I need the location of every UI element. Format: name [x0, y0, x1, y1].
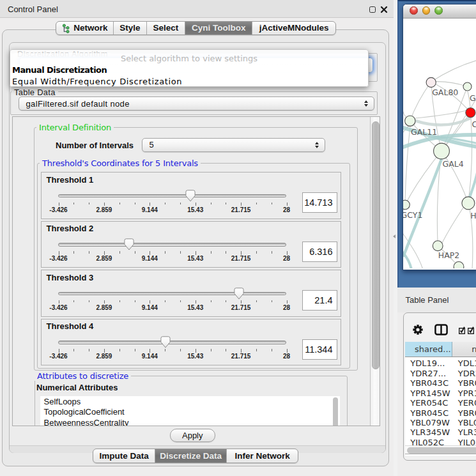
splitter-collapse-icon[interactable] — [393, 234, 395, 238]
table-row[interactable]: YBL079WYBL0 — [405, 418, 476, 428]
slider-tick — [211, 349, 211, 351]
dropdown-item-equal-width[interactable]: Equal Width/Frequency Discretization — [10, 76, 368, 87]
GAL80-node[interactable] — [426, 77, 436, 87]
gear-icon[interactable] — [413, 325, 423, 335]
slider-tick — [226, 251, 226, 254]
scrollbar-thumb[interactable] — [372, 121, 380, 369]
table-row[interactable]: YBR043CYBR0 — [405, 378, 476, 388]
cell-shared-name: YPR145W — [410, 388, 450, 398]
tab-infer-network[interactable]: Infer Network — [227, 449, 298, 463]
node-label-H: H — [470, 211, 476, 220]
table-toolbar — [404, 313, 476, 342]
red-node[interactable] — [466, 108, 475, 118]
slider-tick — [165, 300, 165, 303]
table-row[interactable]: YER054CYER0 — [405, 398, 476, 408]
slider-thumb[interactable] — [234, 288, 244, 300]
slider-tick-label: 9.144 — [142, 304, 158, 311]
node-top-right[interactable] — [463, 82, 472, 91]
slider-tick-label: 9.144 — [142, 255, 158, 262]
network-canvas[interactable]: GAL80GACGAL11GAL4GCY1HHAP2 — [403, 18, 476, 268]
column-header-name[interactable]: n... — [452, 342, 476, 357]
close-icon[interactable] — [380, 6, 388, 13]
threshold-label: Threshold 4 — [47, 321, 94, 331]
close-traffic-light-icon[interactable] — [410, 6, 418, 15]
slider-tick-label: 28 — [283, 255, 290, 262]
table-hscrollbar-track[interactable] — [405, 445, 476, 454]
slider-tick — [150, 300, 150, 304]
slider-tick — [135, 251, 135, 254]
slider-track[interactable] — [58, 292, 286, 296]
slider-tick — [59, 349, 59, 353]
attribute-list-item[interactable]: SelfLoops — [40, 397, 340, 407]
checkbox-icon[interactable] — [459, 326, 475, 335]
tab-network[interactable]: Network — [56, 22, 114, 35]
table-row[interactable]: YLR345WYLR3 — [405, 427, 476, 438]
scrollbar-track[interactable] — [370, 117, 380, 426]
slider-track[interactable] — [58, 341, 286, 344]
slider-tick — [165, 251, 165, 254]
table-hscrollbar-thumb[interactable] — [407, 447, 476, 454]
dropdown-item-manual-discretization[interactable]: Manual Discretization — [10, 65, 368, 76]
tab-jactivemnodules[interactable]: jActiveMNodules — [252, 22, 335, 35]
GCY1-node[interactable] — [403, 200, 410, 210]
numerical-attributes-list[interactable]: SelfLoopsTopologicalCoefficientBetweenne… — [40, 396, 340, 426]
slider-tick — [59, 203, 59, 206]
tab-cyni-toolbox[interactable]: Cyni Toolbox — [185, 22, 252, 35]
threshold-value-field[interactable] — [302, 339, 338, 360]
node-label-GAL11: GAL11 — [411, 127, 437, 137]
table-row[interactable]: YDL19...YDL1 — [405, 358, 476, 369]
settings-scrollpane: Interval Definition Number of Intervals … — [12, 116, 380, 426]
tab-impute-data[interactable]: Impute Data — [93, 449, 155, 463]
slider-tick-label: 15.43 — [187, 304, 203, 311]
node-label-HAP2: HAP2 — [438, 250, 459, 260]
tab-discretize-data-label: Discretize Data — [160, 451, 222, 461]
attributes-list-scrollbar[interactable] — [333, 397, 338, 426]
cell-name: YDL1 — [458, 358, 476, 368]
bottom-tab-bar: Impute Data Discretize Data Infer Networ… — [93, 449, 298, 463]
slider-tick — [272, 300, 272, 303]
tab-discretize-data[interactable]: Discretize Data — [155, 449, 227, 463]
table-data-title: Table Data — [12, 88, 58, 97]
table-row[interactable]: YPR145WYPR1 — [405, 388, 476, 399]
slider-thumb[interactable] — [185, 190, 196, 202]
slider-tick — [241, 251, 242, 255]
slider-tick — [226, 203, 226, 205]
slider-tick — [256, 349, 257, 351]
slider-tick — [196, 300, 196, 304]
GAL11-node[interactable] — [405, 116, 415, 126]
attribute-list-item[interactable]: BetweennessCentrality — [40, 418, 340, 426]
tab-style[interactable]: Style — [114, 22, 147, 35]
table-row[interactable]: YDR27...YDR2 — [405, 369, 476, 379]
node-table[interactable]: shared... n... YDL19...YDL1YDR27...YDR2Y… — [405, 342, 476, 456]
slider-thumb[interactable] — [160, 336, 171, 348]
threshold-value-field[interactable] — [302, 192, 338, 213]
H-node[interactable] — [462, 197, 475, 210]
apply-button-label: Apply — [182, 431, 203, 440]
cell-name: YDR2 — [458, 369, 476, 378]
apply-button[interactable]: Apply — [170, 429, 215, 442]
dropdown-prompt-item[interactable]: Select algorithm to view settings — [10, 53, 368, 65]
slider-tick-label: 2.859 — [96, 304, 112, 311]
zoom-traffic-light-icon[interactable] — [434, 6, 443, 15]
cell-name: YBR0 — [458, 408, 476, 418]
attribute-list-item[interactable]: TopologicalCoefficient — [40, 407, 340, 417]
control-panel-titlebar — [0, 0, 394, 18]
slider-tick — [104, 349, 105, 353]
float-window-icon[interactable] — [369, 6, 376, 13]
minimize-traffic-light-icon[interactable] — [422, 6, 431, 15]
threshold-value-field[interactable] — [302, 290, 338, 311]
threshold-value-field[interactable] — [302, 242, 338, 262]
slider-track[interactable] — [58, 243, 286, 247]
table-row[interactable]: YBR045CYBR0 — [405, 408, 476, 418]
HAP2-node[interactable] — [433, 241, 443, 251]
tab-select[interactable]: Select — [147, 22, 185, 35]
columns-icon[interactable] — [434, 324, 448, 335]
table-data-combobox[interactable]: galFiltered.sif default node — [19, 96, 375, 111]
bottom-node[interactable] — [454, 262, 464, 269]
number-of-intervals-combobox[interactable]: 5 — [142, 138, 325, 152]
slider-tick — [73, 300, 74, 303]
slider-track[interactable] — [58, 194, 286, 198]
column-header-shared-name[interactable]: shared... — [405, 342, 453, 357]
slider-thumb[interactable] — [124, 238, 134, 250]
GAL4-node[interactable] — [434, 143, 450, 159]
